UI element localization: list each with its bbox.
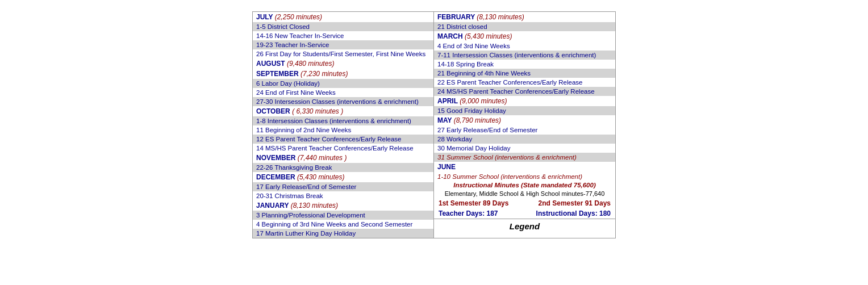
calendar-item: 24 End of First Nine Weeks bbox=[253, 88, 433, 97]
calendar-item: 3 Planning/Professional Development bbox=[253, 211, 433, 220]
calendar-item: 21 Beginning of 4th Nine Weeks bbox=[434, 69, 615, 78]
month-header: OCTOBER ( 6,330 minutes ) bbox=[253, 106, 433, 116]
month-label: AUGUST bbox=[256, 60, 287, 68]
calendar-item: 17 Martin Luther King Day Holiday bbox=[253, 229, 433, 238]
month-minutes: (2,250 minutes) bbox=[275, 13, 322, 21]
summary-section: Instructional Minutes (State mandated 75… bbox=[434, 181, 615, 233]
month-label: OCTOBER bbox=[256, 107, 292, 115]
calendar-item: 1-10 Summer School (interventions & enri… bbox=[434, 172, 615, 181]
month-label: MAY bbox=[437, 116, 454, 124]
month-header: JULY (2,250 minutes) bbox=[253, 12, 433, 22]
calendar-item: 21 District closed bbox=[434, 22, 615, 31]
left-column: JULY (2,250 minutes)1-5 District Closed1… bbox=[252, 11, 434, 238]
month-minutes: (9,000 minutes) bbox=[460, 97, 507, 105]
semester1-label: 1st Semester 89 Days bbox=[439, 199, 508, 207]
calendar-item: 30 Memorial Day Holiday bbox=[434, 144, 615, 153]
instructional-minutes: Instructional Minutes (State mandated 75… bbox=[434, 181, 615, 189]
month-label: JANUARY bbox=[256, 202, 291, 209]
month-label: JULY bbox=[256, 13, 275, 21]
calendar-item: 27 Early Release/End of Semester bbox=[434, 125, 615, 135]
page-container: JULY (2,250 minutes)1-5 District Closed1… bbox=[0, 0, 868, 250]
month-header: JANUARY (8,130 minutes) bbox=[253, 200, 433, 211]
month-minutes: (5,430 minutes) bbox=[465, 32, 512, 40]
right-column: FEBRUARY (8,130 minutes)21 District clos… bbox=[434, 11, 616, 238]
calendar-item: 27-30 Intersession Classes (intervention… bbox=[253, 97, 433, 106]
calendar-item: 17 Early Release/End of Semester bbox=[253, 182, 433, 191]
calendar-item: 20-31 Christmas Break bbox=[253, 191, 433, 200]
calendar-item: 24 MS/HS Parent Teacher Conferences/Earl… bbox=[434, 87, 615, 96]
calendar-item: 1-8 Intersession Classes (interventions … bbox=[253, 116, 433, 125]
calendar-item: 15 Good Friday Holiday bbox=[434, 106, 615, 115]
calendar-item: 14 MS/HS Parent Teacher Conferences/Earl… bbox=[253, 144, 433, 153]
calendar-item: 22-26 Thanksgiving Break bbox=[253, 163, 433, 172]
calendar-item: 22 ES Parent Teacher Conferences/Early R… bbox=[434, 78, 615, 87]
calendar-item: 6 Labor Day (Holiday) bbox=[253, 79, 433, 88]
month-minutes: (8,130 minutes) bbox=[291, 202, 338, 209]
month-label: DECEMBER bbox=[256, 173, 297, 181]
month-minutes: (9,480 minutes) bbox=[287, 60, 334, 68]
month-header: SEPTEMBER (7,230 minutes) bbox=[253, 69, 433, 79]
calendar-item: 26 First Day for Students/First Semester… bbox=[253, 49, 433, 58]
instructional-days-label: Instructional Days: 180 bbox=[536, 209, 611, 217]
month-minutes: (5,430 minutes) bbox=[297, 173, 344, 181]
semester2-label: 2nd Semester 91 Days bbox=[539, 199, 611, 207]
month-minutes: (7,230 minutes) bbox=[301, 70, 348, 78]
calendar-item: 28 Workday bbox=[434, 135, 615, 144]
month-label: APRIL bbox=[437, 97, 460, 105]
calendar-item: 14-16 New Teacher In-Service bbox=[253, 31, 433, 40]
legend-label: Legend bbox=[434, 219, 615, 233]
month-header: APRIL (9,000 minutes) bbox=[434, 96, 615, 106]
month-header: NOVEMBER (7,440 minutes ) bbox=[253, 153, 433, 163]
month-label: NOVEMBER bbox=[256, 154, 298, 162]
month-minutes: ( 6,330 minutes ) bbox=[292, 107, 343, 115]
month-header: MAY (8,790 minutes) bbox=[434, 115, 615, 125]
month-minutes: (8,130 minutes) bbox=[477, 13, 524, 21]
teacher-days-label: Teacher Days: 187 bbox=[439, 209, 498, 217]
calendar-item: 14-18 Spring Break bbox=[434, 60, 615, 69]
month-header: FEBRUARY (8,130 minutes) bbox=[434, 12, 615, 22]
calendar-item: 4 Beginning of 3rd Nine Weeks and Second… bbox=[253, 220, 433, 229]
teacher-days-row: Teacher Days: 187Instructional Days: 180 bbox=[434, 208, 615, 219]
calendar-item: 7-11 Intersession Classes (interventions… bbox=[434, 51, 615, 60]
calendar-item: 31 Summer School (interventions & enrich… bbox=[434, 153, 615, 162]
month-minutes: (8,790 minutes) bbox=[454, 116, 501, 124]
calendar-item: 19-23 Teacher In-Service bbox=[253, 40, 433, 49]
calendar-item: 11 Beginning of 2nd Nine Weeks bbox=[253, 125, 433, 135]
month-header: AUGUST (9,480 minutes) bbox=[253, 58, 433, 69]
month-header: DECEMBER (5,430 minutes) bbox=[253, 172, 433, 182]
calendar-item: 4 End of 3rd Nine Weeks bbox=[434, 41, 615, 51]
month-header: MARCH (5,430 minutes) bbox=[434, 31, 615, 41]
month-label: SEPTEMBER bbox=[256, 70, 301, 78]
month-minutes: (7,440 minutes ) bbox=[298, 154, 347, 162]
calendar-item: 1-5 District Closed bbox=[253, 22, 433, 31]
school-minutes: Elementary, Middle School & High School … bbox=[434, 189, 615, 198]
month-label: MARCH bbox=[437, 32, 465, 40]
month-label: FEBRUARY bbox=[437, 13, 477, 21]
calendar-item: 12 ES Parent Teacher Conferences/Early R… bbox=[253, 135, 433, 144]
semester-row: 1st Semester 89 Days2nd Semester 91 Days bbox=[434, 198, 615, 208]
month-header: JUNE bbox=[434, 162, 615, 172]
